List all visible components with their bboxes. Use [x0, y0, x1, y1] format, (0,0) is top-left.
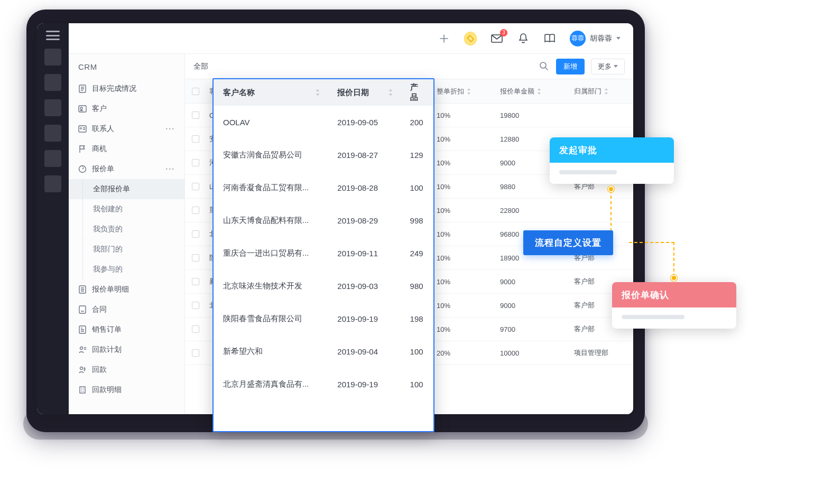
sidebar-item[interactable]: 回款计划: [69, 340, 184, 360]
sidebar-item[interactable]: 客户: [69, 99, 184, 119]
overlay-cell-date: 2019-09-11: [328, 237, 400, 269]
tag-icon[interactable]: [464, 32, 477, 45]
sidebar-item-label: 客户: [92, 104, 107, 114]
bell-icon[interactable]: [517, 32, 530, 45]
overlay-col-customer[interactable]: 客户名称: [214, 79, 328, 106]
workflow-end-title: 报价单确认: [612, 282, 736, 307]
add-button[interactable]: 新增: [556, 59, 585, 74]
search-icon[interactable]: [539, 61, 550, 72]
col-dept[interactable]: 归属部门: [571, 87, 633, 96]
building-icon: [78, 386, 87, 394]
svg-rect-9: [79, 306, 86, 313]
row-checkbox[interactable]: [192, 135, 199, 143]
doc-icon: [78, 85, 87, 93]
toolbar: 全部 新增 更多: [185, 54, 633, 79]
rail-tile[interactable]: [44, 125, 61, 142]
workflow-node-icon: [671, 275, 677, 281]
overlay-row[interactable]: 新希望六和2019-09-04100: [214, 335, 433, 368]
plus-icon[interactable]: [438, 32, 450, 45]
overlay-row[interactable]: 安徽古润食品贸易公司2019-08-27129: [214, 138, 433, 171]
sidebar-item[interactable]: 报价单···: [69, 159, 184, 179]
chevron-down-icon: [614, 65, 618, 68]
overlay-row[interactable]: 北京味浓生物技术开发2019-09-03980: [214, 269, 433, 302]
workflow-card-start: 发起审批: [550, 137, 674, 184]
sidebar-subitem[interactable]: 我部门的: [69, 239, 184, 259]
overlay-row[interactable]: 北京月盛斋清真食品有...2019-09-19100: [214, 368, 433, 400]
menu-icon[interactable]: [46, 31, 60, 40]
mail-icon[interactable]: 3: [490, 32, 503, 45]
sidebar-item[interactable]: 商机: [69, 139, 184, 159]
user-menu[interactable]: 蓉蓉 胡蓉蓉: [570, 31, 621, 46]
overlay-row[interactable]: 陕阳春雪食品有限公司2019-09-19198: [214, 302, 433, 335]
sidebar: CRM 目标完成情况客户联系人···商机报价单···全部报价单我创建的我负责的我…: [69, 54, 185, 414]
book-icon[interactable]: [543, 32, 556, 45]
sidebar-item-label: 回款计划: [92, 345, 122, 354]
nav-rail: [37, 23, 69, 414]
overlay-cell-customer: 山东天博食品配料有限...: [214, 204, 328, 237]
overlay-row[interactable]: 山东天博食品配料有限...2019-08-29998: [214, 204, 433, 237]
row-checkbox[interactable]: [192, 349, 199, 357]
view-tab[interactable]: 全部: [193, 62, 208, 71]
select-all-checkbox[interactable]: [192, 88, 199, 95]
row-checkbox[interactable]: [192, 207, 199, 214]
sidebar-item[interactable]: 目标完成情况: [69, 79, 184, 99]
sidebar-subitem[interactable]: 我创建的: [69, 199, 184, 219]
cell-discount: 10%: [433, 325, 497, 333]
overlay-cell-customer: 重庆合一进出口贸易有...: [214, 237, 328, 269]
more-dots-icon[interactable]: ···: [165, 125, 175, 133]
rail-tile[interactable]: [44, 175, 61, 192]
rail-tile[interactable]: [44, 74, 61, 91]
overlay-row[interactable]: 重庆合一进出口贸易有...2019-09-11249: [214, 237, 433, 269]
sidebar-subitem[interactable]: 全部报价单: [69, 179, 184, 199]
svg-point-6: [80, 128, 82, 129]
sidebar-item[interactable]: 合同: [69, 300, 184, 320]
col-amount[interactable]: 报价单金额: [497, 87, 571, 96]
cell-discount: 10%: [433, 159, 497, 167]
overlay-col-date[interactable]: 报价日期: [328, 79, 400, 106]
overlay-cell-product: 198: [401, 302, 433, 335]
row-checkbox[interactable]: [192, 230, 199, 238]
svg-rect-5: [79, 126, 86, 132]
sidebar-item[interactable]: 联系人···: [69, 119, 184, 139]
avatar: 蓉蓉: [570, 31, 586, 46]
sidebar-subitem[interactable]: 我参与的: [69, 259, 184, 279]
cell-discount: 10%: [433, 278, 497, 286]
row-checkbox[interactable]: [192, 278, 199, 285]
cell-discount: 10%: [433, 230, 497, 238]
svg-rect-13: [80, 387, 85, 393]
sidebar-item-label: 报价单: [92, 164, 114, 174]
more-dots-icon[interactable]: ···: [165, 165, 175, 173]
cell-discount: 10%: [433, 135, 497, 143]
row-checkbox[interactable]: [192, 111, 199, 119]
row-checkbox[interactable]: [192, 254, 199, 262]
row-checkbox[interactable]: [192, 325, 199, 333]
overlay-col-product[interactable]: 产品: [401, 79, 433, 106]
cell-dept: 项目管理部: [571, 348, 633, 358]
svg-point-11: [80, 347, 83, 350]
overlay-row[interactable]: 河南香凝食品工贸有限...2019-08-28100: [214, 171, 433, 204]
sidebar-item[interactable]: 回款明细: [69, 380, 184, 400]
cell-discount: 10%: [433, 111, 497, 119]
gauge-icon: [78, 165, 87, 173]
rail-tile[interactable]: [44, 49, 61, 66]
svg-point-4: [80, 107, 82, 109]
col-discount[interactable]: 整单折扣: [433, 87, 497, 96]
more-button[interactable]: 更多: [591, 59, 625, 74]
row-checkbox[interactable]: [192, 183, 199, 190]
id-icon: [78, 125, 87, 133]
cell-discount: 10%: [433, 207, 497, 214]
more-label: 更多: [598, 62, 612, 71]
sidebar-item[interactable]: 报价单明细: [69, 279, 184, 300]
cell-amount: 19800: [497, 111, 571, 119]
row-checkbox[interactable]: [192, 302, 199, 309]
overlay-row[interactable]: OOLAV2019-09-05200: [214, 106, 433, 138]
sidebar-item[interactable]: 销售订单: [69, 320, 184, 340]
svg-point-0: [468, 36, 469, 38]
row-checkbox[interactable]: [192, 159, 199, 166]
rail-tile[interactable]: [44, 99, 61, 116]
sidebar-subitem[interactable]: 我负责的: [69, 219, 184, 239]
workflow-connector: [673, 242, 674, 277]
sidebar-item[interactable]: 回款: [69, 360, 184, 380]
rail-tile[interactable]: [44, 150, 61, 167]
overlay-cell-date: 2019-09-04: [328, 335, 400, 368]
